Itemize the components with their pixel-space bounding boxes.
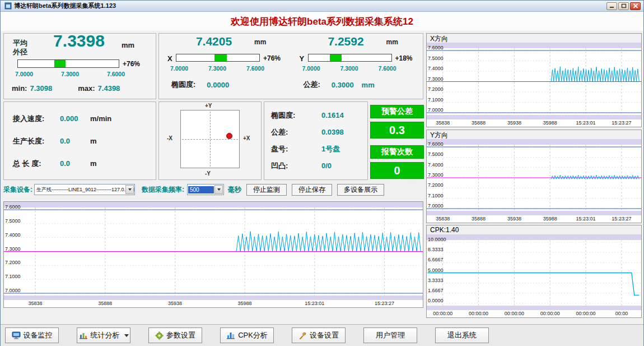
svg-text:7.0000: 7.0000 [5,288,21,293]
gauge-fill [214,54,227,61]
svg-text:7.3000: 7.3000 [5,246,21,252]
welcome-banner: 欢迎使用博达轩朗beta系列数据采集系统12 [1,12,643,31]
svg-text:7.6000: 7.6000 [428,141,444,147]
chevron-down-icon[interactable] [124,334,129,337]
xy-measure-panel: 7.4205 mm X +76% 7.0000 7.3000 7.6000 椭圆… [158,33,423,99]
svg-text:7.4000: 7.4000 [5,232,21,238]
x-tick-label: 35838 [436,216,450,222]
y-gauge [308,54,392,62]
frequency-select[interactable]: 500 [187,184,224,195]
stop-monitor-button[interactable]: 停止监测 [246,184,287,196]
avg-gauge-scale: 7.0000 7.3000 7.6000 [15,71,125,77]
svg-text:7.1000: 7.1000 [428,193,444,199]
svg-text:7.2000: 7.2000 [5,260,21,265]
min-label: min: [12,84,27,93]
crosshair-vertical [210,112,211,167]
x-tick-label: 15:23:01 [305,301,324,306]
y-unit: mm [386,38,398,46]
axis-label-plus-y: +Y [205,103,212,109]
y-direction-plot: 7.60007.50007.40007.30007.20007.10007.00… [427,139,641,215]
close-icon[interactable] [630,2,641,10]
frequency-unit-label: 毫秒 [228,185,241,195]
frequency-select-value: 500 [188,186,214,193]
x-tick-label: 00:00:00 [576,311,596,316]
avg-diameter-value: 7.3398 [40,31,118,50]
parameter-settings-button[interactable]: 参数设置 [148,327,202,343]
x-tick-label: 00:00:00 [505,311,524,316]
cpk-title: CPK:1.40 [427,225,641,234]
device-monitor-button[interactable]: 设备监控 [5,327,59,343]
avg-diameter-label: 平均 外径 [13,39,27,57]
main-trend-plot: 7.60007.50007.40007.30007.20007.10007.00… [4,202,423,300]
device-settings-button[interactable]: 设备设置 [292,327,346,343]
svg-text:8.3333: 8.3333 [428,247,444,252]
y-axis-letter: Y [300,54,305,63]
svg-text:6.6667: 6.6667 [428,257,444,262]
svg-text:7.4000: 7.4000 [428,162,444,168]
tolerance-row: 公差: 0.3000 mm [304,80,375,90]
y-gauge-scale: 7.0000 7.3000 7.6000 [302,65,396,72]
svg-text:7.0000: 7.0000 [428,107,444,113]
x-tick-label: 35988 [238,301,252,306]
multi-device-button[interactable]: 多设备展示 [337,184,384,196]
svg-text:7.2000: 7.2000 [428,86,444,92]
exit-system-button[interactable]: 退出系统 [435,327,489,343]
window-controls [606,2,642,10]
min-value: 7.3098 [30,84,52,93]
svg-text:7.6000: 7.6000 [5,204,21,210]
svg-text:7.4000: 7.4000 [428,66,444,71]
svg-text:5.0000: 5.0000 [428,267,444,273]
svg-text:7.1000: 7.1000 [5,274,21,279]
user-management-button[interactable]: 用户管理 [363,327,417,343]
x-gauge-percent: +76% [263,54,281,62]
stop-save-button[interactable]: 停止保存 [292,184,332,196]
svg-text:7.5000: 7.5000 [428,151,444,157]
alarm-panel: 预警公差 0.3 报警次数 0 [370,102,424,180]
avg-gauge-percent: +76% [123,60,140,68]
x-tick-label: 15:23:01 [576,120,596,126]
xy-position-panel: +Y -Y -X +X [158,102,262,180]
title-bar: 博达轩朗beta系列数据采集系统1.123 [1,1,643,12]
svg-text:7.2000: 7.2000 [428,182,444,188]
x-tick-label: 35988 [543,216,557,222]
svg-text:7.1000: 7.1000 [428,97,444,103]
svg-text:7.3000: 7.3000 [428,76,444,82]
device-select-value: 生产线----------LINE1_9012---------127.0.0.… [35,186,135,193]
maximize-icon[interactable] [618,2,629,10]
svg-text:0.0000: 0.0000 [428,298,444,303]
total-length-row: 总 长 度: 0.0 m [13,159,156,168]
acquisition-control-bar: 采集设备: 生产线----------LINE1_9012---------12… [3,183,423,196]
y-direction-chart: Y方向 7.60007.50007.40007.30007.20007.1000… [426,130,642,223]
monitor-icon [12,331,21,339]
x-tick-label: 35888 [472,216,486,222]
minimize-icon[interactable] [606,2,617,10]
device-select[interactable]: 生产线----------LINE1_9012---------127.0.0.… [34,184,135,195]
ellipticity-value-row: 椭圆度: 0.1614 [271,111,367,120]
tools-icon [298,331,307,340]
chevron-down-icon[interactable] [214,185,223,194]
axis-label-minus-x: -X [167,135,172,141]
x-tick-label: 00:00:00 [469,311,488,316]
main-area: 平均 外径 7.3398 mm +76% 7.0000 7.3000 7.600… [1,31,643,324]
warning-tolerance-value: 0.3 [370,122,424,139]
x-gauge-scale: 7.0000 7.3000 7.6000 [170,65,264,72]
statistics-button[interactable]: 统计分析 [77,327,130,343]
x-tick-label: 15:23:27 [612,120,631,126]
cpk-chart-icon [226,331,235,339]
x-tick-label: 15:23:01 [576,216,596,222]
axis-label-plus-x: +X [243,135,250,141]
avg-diameter-gauge [17,59,119,68]
gauge-fill [54,60,66,67]
cpk-analysis-button[interactable]: CPK分析 [220,327,274,343]
warning-tolerance-button[interactable]: 预警公差 [370,105,424,118]
svg-text:7.5000: 7.5000 [5,218,21,224]
chevron-down-icon[interactable] [125,185,134,194]
bottom-toolbar: 设备监控 统计分析 参数设置 CPK分析 设备设置 用户管理 退出系统 [1,324,643,346]
measurement-panel: 椭圆度: 0.1614 公差: 0.0398 盘号: 1号盘 凹凸: 0/0 [264,102,368,180]
x-gauge [176,54,260,62]
x-direction-title: X方向 [427,34,641,43]
alarm-count-button[interactable]: 报警次数 [370,145,424,159]
svg-text:7.5000: 7.5000 [428,56,444,61]
device-select-label: 采集设备: [3,185,32,195]
x-direction-x-axis: 3583835888359383598815:23:0115:23:27 [427,119,641,127]
